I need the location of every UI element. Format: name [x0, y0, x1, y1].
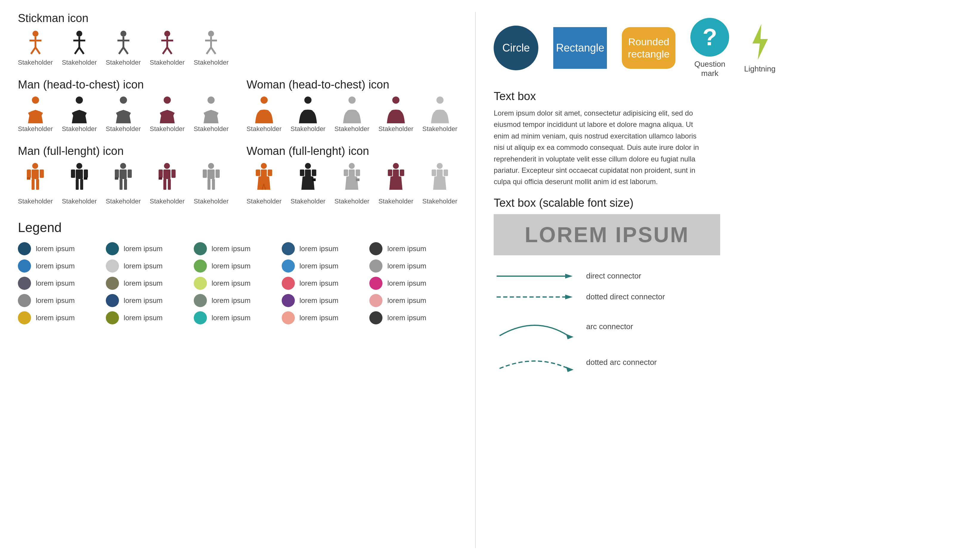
legend-dot	[194, 242, 207, 255]
legend-dot	[194, 277, 207, 290]
legend-label: lorem ipsum	[387, 244, 426, 253]
right-panel: Circle Rectangle Roundedrectangle ?	[494, 12, 935, 548]
legend-col-4: lorem ipsum lorem ipsum lorem ipsum lore…	[282, 242, 369, 324]
svg-rect-76	[256, 170, 260, 176]
svg-point-38	[436, 96, 444, 104]
svg-point-36	[392, 96, 399, 104]
man-full-svg-gray	[113, 163, 133, 196]
left-panel: Stickman icon Stakeholder	[18, 12, 457, 548]
svg-line-23	[206, 47, 211, 54]
legend-label: lorem ipsum	[124, 314, 163, 322]
svg-point-26	[76, 96, 83, 104]
legend-item: lorem ipsum	[194, 294, 282, 307]
svg-rect-59	[124, 179, 127, 190]
legend-label: lorem ipsum	[36, 262, 75, 270]
stickman-title: Stickman icon	[18, 12, 457, 25]
dotted-arc-connector-svg	[494, 351, 577, 374]
man-bust-label-4: Stakeholder	[150, 125, 185, 133]
svg-rect-46	[27, 177, 30, 179]
woman-bust-label-1: Stakeholder	[247, 125, 281, 133]
woman-full-label-3: Stakeholder	[334, 198, 369, 205]
legend-item: lorem ipsum	[282, 311, 369, 324]
svg-rect-66	[168, 179, 171, 190]
svg-rect-83	[312, 170, 316, 176]
legend-dot	[106, 242, 119, 255]
svg-rect-69	[208, 170, 215, 179]
scalable-textbox-text: LOREM IPSUM	[525, 223, 689, 247]
svg-rect-70	[203, 170, 207, 178]
man-full-label-2: Stakeholder	[62, 198, 96, 205]
stickman-label-3: Stakeholder	[106, 59, 141, 67]
woman-full-section: Woman (full-lenght) icon Stakeholder	[247, 145, 457, 205]
main-container: Stickman icon Stakeholder	[0, 0, 953, 560]
question-mark-shape-item: ? Questionmark	[691, 18, 729, 78]
woman-full-1: Stakeholder	[247, 163, 281, 205]
woman-bust-1: Stakeholder	[247, 96, 281, 133]
rounded-rect-label: Roundedrectangle	[628, 36, 669, 60]
woman-bust-5: Stakeholder	[422, 96, 457, 133]
man-bust-title: Man (head-to-chest) icon	[18, 78, 229, 91]
svg-rect-67	[158, 177, 162, 179]
svg-rect-63	[158, 170, 163, 178]
legend-label: lorem ipsum	[36, 244, 75, 253]
svg-rect-82	[300, 170, 304, 176]
man-bust-2: Stakeholder	[62, 96, 96, 133]
man-full-svg-darkred	[157, 163, 177, 196]
man-bust-row: Stakeholder Stakeholder	[18, 96, 229, 133]
svg-line-14	[123, 47, 128, 54]
stickman-figure-gray	[202, 30, 220, 57]
svg-point-29	[208, 96, 215, 104]
svg-rect-75	[261, 170, 267, 176]
dotted-connector-label: dotted direct connector	[586, 292, 669, 302]
circle-shape: Circle	[494, 26, 539, 70]
dotted-connector-row: dotted direct connector	[494, 291, 935, 303]
stickman-label-5: Stakeholder	[194, 59, 229, 67]
legend-label: lorem ipsum	[212, 314, 251, 322]
legend-label: lorem ipsum	[36, 279, 75, 288]
svg-point-32	[304, 96, 312, 104]
woman-bust-label-3: Stakeholder	[334, 125, 369, 133]
svg-point-74	[261, 163, 267, 169]
woman-full-label-5: Stakeholder	[422, 198, 457, 205]
lightning-icon	[750, 23, 770, 61]
svg-point-15	[164, 31, 170, 37]
man-bust-label-1: Stakeholder	[18, 125, 53, 133]
svg-point-30	[261, 96, 268, 104]
woman-full-svg-gray	[342, 163, 362, 196]
man-full-5: Stakeholder	[194, 163, 229, 205]
stickman-label-4: Stakeholder	[150, 59, 185, 67]
man-bust-label-5: Stakeholder	[194, 125, 229, 133]
legend-item: lorem ipsum	[106, 311, 194, 324]
svg-line-18	[163, 47, 167, 54]
svg-rect-97	[444, 170, 448, 176]
direct-connector-svg	[494, 270, 577, 282]
legend-dot	[18, 294, 31, 307]
svg-marker-104	[566, 367, 574, 372]
circle-shape-item: Circle	[494, 26, 539, 70]
legend-item: lorem ipsum	[18, 294, 106, 307]
woman-full-2: Stakeholder	[291, 163, 326, 205]
stickman-figure-darkred	[158, 30, 176, 57]
man-bust-section: Man (head-to-chest) icon Stakeholder	[18, 78, 229, 133]
lightning-shape-item: Lightning	[744, 23, 776, 74]
man-bust-label-2: Stakeholder	[62, 125, 96, 133]
svg-rect-44	[32, 179, 34, 190]
woman-full-svg-black	[298, 163, 318, 196]
svg-line-24	[211, 47, 216, 54]
svg-point-85	[349, 163, 355, 169]
svg-rect-89	[356, 178, 360, 181]
svg-rect-93	[400, 170, 404, 176]
svg-rect-43	[40, 170, 44, 178]
legend-dot	[18, 311, 31, 324]
svg-rect-60	[115, 177, 118, 179]
question-mark-label: Questionmark	[694, 60, 725, 78]
stickman-item-1: Stakeholder	[18, 30, 53, 67]
woman-full-5: Stakeholder	[422, 163, 457, 205]
man-bust-svg-darkgray	[113, 96, 134, 123]
rounded-rect-shape-item: Roundedrectangle	[622, 27, 675, 69]
man-full-3: Stakeholder	[106, 163, 141, 205]
svg-point-25	[32, 96, 39, 104]
legend-col-5: lorem ipsum lorem ipsum lorem ipsum lore…	[369, 242, 457, 324]
man-bust-5: Stakeholder	[194, 96, 229, 133]
man-full-row: Stakeholder Stakeholder	[18, 163, 229, 205]
